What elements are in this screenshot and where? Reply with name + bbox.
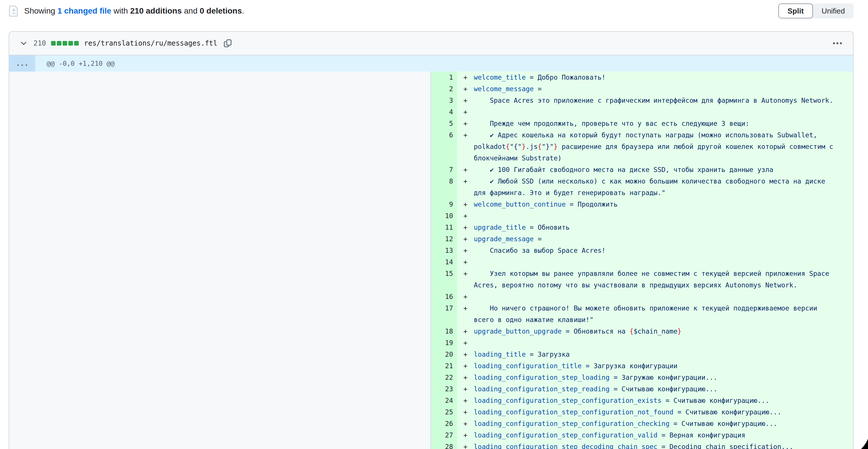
line-number[interactable]: 11 [431, 221, 457, 233]
diff-line-row: 13+ Спасибо за выбор Space Acres! [431, 245, 853, 256]
ftl-brace: } [677, 328, 681, 335]
file-additions-count: 210 [33, 39, 46, 47]
kebab-horizontal-icon [833, 41, 842, 45]
code-text: welcome_title = Добро Пожаловать! [474, 71, 839, 83]
addition-marker: + [457, 118, 474, 129]
line-number[interactable]: 22 [431, 372, 457, 383]
line-number[interactable]: 8 [431, 175, 457, 199]
file-options-button[interactable] [831, 37, 844, 49]
diff-line-row: 11+upgrade_title = Обновить [431, 221, 853, 233]
line-number[interactable]: 15 [431, 268, 457, 291]
line-number[interactable]: 4 [431, 106, 457, 118]
line-number[interactable]: 26 [431, 418, 457, 429]
line-number[interactable]: 20 [431, 349, 457, 360]
ftl-text: = Загрузка конфигурации [582, 362, 677, 370]
ftl-text: = Считываю конфигурацию... [610, 385, 717, 393]
code-cell: + [457, 337, 853, 349]
ftl-text: Прежде чем продолжить, проверьте что у в… [474, 120, 749, 127]
copy-path-button[interactable] [222, 37, 234, 49]
line-number[interactable]: 1 [431, 71, 457, 83]
diff-line-row: 15+ Узел которым вы ранее управляли боле… [431, 268, 853, 291]
ftl-key: upgrade_message [474, 235, 534, 243]
addition-marker: + [457, 106, 474, 118]
code-text: Space Acres это приложение с графическим… [474, 95, 839, 106]
ftl-brace: } [554, 143, 558, 150]
line-number[interactable]: 17 [431, 302, 457, 326]
diff-line-row: 22+loading_configuration_step_loading = … [431, 372, 853, 383]
changed-file-link[interactable]: 1 changed file [57, 6, 111, 15]
file-diff-card: 210 res/translations/ru/messages.ftl ... [9, 31, 854, 449]
ftl-text: ✔ Любой SSD (или несколько) с как можно … [474, 177, 829, 197]
line-number[interactable]: 24 [431, 395, 457, 406]
ftl-text: Спасибо за выбор Space Acres! [474, 247, 606, 254]
line-number[interactable]: 9 [431, 199, 457, 210]
line-number[interactable]: 7 [431, 164, 457, 175]
diff-line-row: 28+loading_configuration_step_decoding_c… [431, 441, 853, 449]
line-number[interactable]: 6 [431, 129, 457, 164]
code-cell: +welcome_button_continue = Продолжить [457, 199, 853, 210]
ftl-text: "{" [510, 143, 522, 150]
addition-marker: + [457, 71, 474, 83]
line-number[interactable]: 21 [431, 360, 457, 372]
ftl-key: loading_title [474, 351, 526, 358]
line-number[interactable]: 3 [431, 95, 457, 106]
ftl-text: .js [526, 143, 538, 150]
summary-bar: Showing 1 changed file with 210 addition… [9, 0, 854, 22]
code-text: loading_configuration_step_configuration… [474, 406, 839, 418]
diff-line-row: 20+loading_title = Загрузка [431, 349, 853, 360]
file-header: 210 res/translations/ru/messages.ftl [9, 32, 853, 55]
line-number[interactable]: 12 [431, 233, 457, 245]
addition-marker: + [457, 429, 474, 441]
line-number[interactable]: 2 [431, 83, 457, 95]
ftl-brace: { [506, 143, 510, 150]
code-cell: +loading_title = Загрузка [457, 349, 853, 360]
addition-marker: + [457, 372, 474, 383]
line-number[interactable]: 27 [431, 429, 457, 441]
summary-mid1: with [111, 6, 130, 15]
ftl-key: loading_configuration_step_configuration… [474, 397, 661, 404]
diff-panel-right: 1+welcome_title = Добро Пожаловать!2+wel… [431, 71, 853, 449]
line-number[interactable]: 28 [431, 441, 457, 449]
line-number[interactable]: 13 [431, 245, 457, 256]
ftl-text: = Добро Пожаловать! [526, 73, 606, 81]
code-text: upgrade_button_upgrade = Обновиться на {… [474, 326, 839, 337]
ftl-text: Space Acres это приложение с графическим… [474, 97, 833, 104]
line-number[interactable]: 23 [431, 383, 457, 395]
diff-line-row: 7+ ✔ 100 Гигабайт свободного места на ди… [431, 164, 853, 175]
line-number[interactable]: 5 [431, 118, 457, 129]
expand-hunk-button[interactable]: ... [9, 55, 35, 71]
code-text: loading_configuration_step_decoding_chai… [474, 441, 839, 449]
addition-marker: + [457, 360, 474, 372]
diff-line-row: 5+ Прежде чем продолжить, проверьте что … [431, 118, 853, 129]
addition-marker: + [457, 221, 474, 233]
addition-marker: + [457, 245, 474, 256]
code-cell: +upgrade_title = Обновить [457, 221, 853, 233]
code-cell: +welcome_title = Добро Пожаловать! [457, 71, 853, 83]
ftl-text: = Обновить [526, 223, 569, 231]
line-number[interactable]: 16 [431, 291, 457, 302]
code-cell: + Прежде чем продолжить, проверьте что у… [457, 118, 853, 129]
ftl-key: loading_configuration_step_loading [474, 374, 610, 381]
code-text: loading_configuration_step_configuration… [474, 429, 839, 441]
split-view-button[interactable]: Split [778, 3, 813, 19]
line-number[interactable]: 14 [431, 256, 457, 268]
line-number[interactable]: 19 [431, 337, 457, 349]
ftl-brace: { [538, 143, 542, 150]
code-cell: + [457, 256, 853, 268]
copy-icon [223, 39, 232, 48]
addition-marker: + [457, 349, 474, 360]
diff-line-row: 17+ Но ничего страшного! Вы можете обнов… [431, 302, 853, 326]
code-text: loading_configuration_step_reading = Счи… [474, 383, 839, 395]
line-number[interactable]: 10 [431, 210, 457, 221]
ftl-key: welcome_message [474, 85, 534, 93]
hunk-header-row: ... @@ -0,0 +1,210 @@ [9, 55, 853, 71]
code-cell: + ✔ Любой SSD (или несколько) с как можн… [457, 175, 853, 199]
diff-line-row: 1+welcome_title = Добро Пожаловать! [431, 71, 853, 83]
line-number[interactable]: 25 [431, 406, 457, 418]
ftl-key: welcome_title [474, 73, 526, 81]
collapse-file-button[interactable] [18, 37, 29, 49]
line-number[interactable]: 18 [431, 326, 457, 337]
addition-marker: + [457, 395, 474, 406]
unified-view-button[interactable]: Unified [813, 3, 854, 19]
diff-line-row: 27+loading_configuration_step_configurat… [431, 429, 853, 441]
